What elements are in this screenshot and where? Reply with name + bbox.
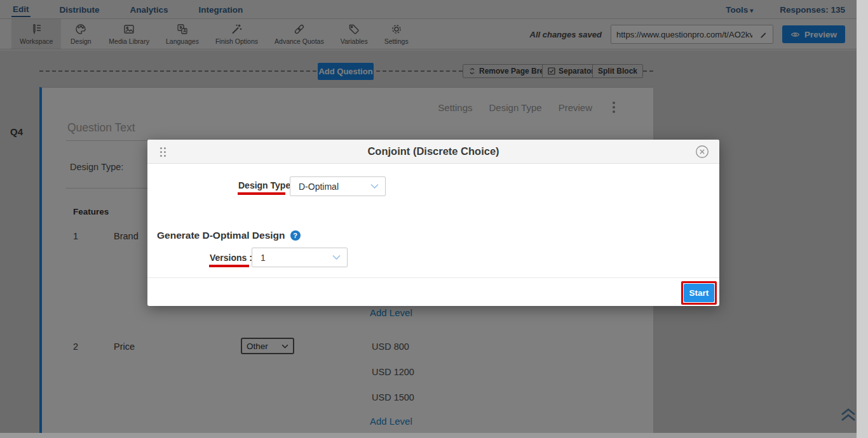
- bottom-window-edge: [0, 433, 857, 438]
- vertical-scrollbar[interactable]: [857, 0, 868, 438]
- start-button[interactable]: Start: [684, 284, 714, 302]
- red-underline-annotation: [209, 265, 249, 267]
- conjoint-modal: Conjoint (Discrete Choice) Design Type D…: [147, 140, 719, 306]
- modal-header: Conjoint (Discrete Choice): [147, 140, 719, 164]
- chevron-down-icon: [332, 255, 341, 260]
- divider: [147, 277, 719, 278]
- design-type-dropdown[interactable]: D-Optimal: [290, 176, 386, 196]
- help-icon[interactable]: ?: [290, 230, 301, 241]
- design-type-value: D-Optimal: [299, 182, 339, 192]
- generate-design-heading-text: Generate D-Optimal Design: [157, 230, 285, 241]
- red-underline-annotation: [238, 192, 285, 195]
- close-icon[interactable]: [695, 145, 709, 161]
- generate-design-heading: Generate D-Optimal Design ?: [157, 230, 301, 241]
- versions-value: 1: [261, 253, 266, 263]
- versions-dropdown[interactable]: 1: [252, 248, 348, 267]
- design-type-label: Design Type: [238, 180, 290, 190]
- questionpro-editor: Edit Distribute Analytics Integration To…: [0, 0, 868, 438]
- chevron-down-icon: [370, 183, 379, 189]
- annotation-highlight-box: Start: [681, 281, 717, 305]
- drag-handle-icon[interactable]: [160, 147, 166, 157]
- modal-title: Conjoint (Discrete Choice): [367, 145, 499, 157]
- versions-label: Versions :: [210, 253, 252, 263]
